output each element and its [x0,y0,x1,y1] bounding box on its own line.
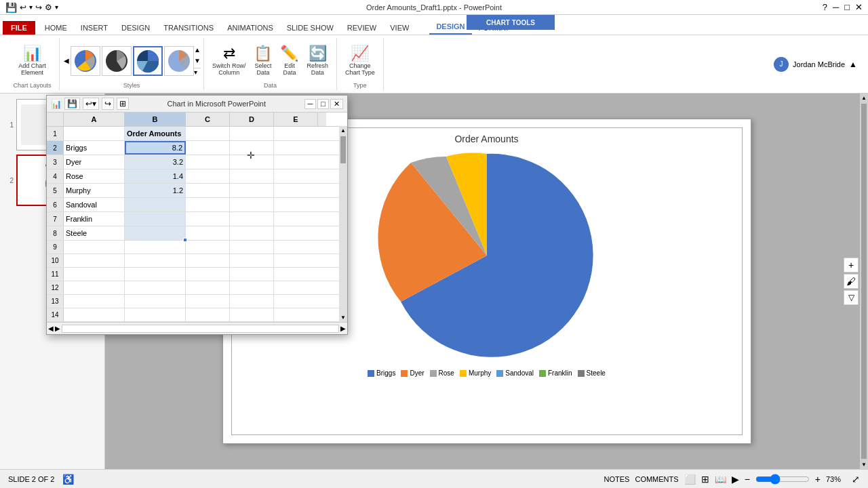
cell-c4[interactable] [186,169,230,183]
zoom-slider[interactable] [755,474,810,485]
close-icon[interactable]: ✕ [855,2,863,12]
cell-c7[interactable] [186,212,230,226]
dialog-excel-icon[interactable]: ⊞ [117,98,129,110]
cell-b4[interactable]: 1.4 [125,169,186,183]
sheet-scroll-thumb[interactable] [340,136,346,163]
chart-style-4[interactable] [164,46,194,76]
sheet-hscroll[interactable]: ◀ ▶ ▶ [47,322,347,334]
scroll-left-btn[interactable]: ◀ [48,325,54,332]
tab-insert[interactable]: INSERT [74,21,115,35]
chart-tool-filter-btn[interactable]: ▽ [844,290,859,305]
row-header-7[interactable]: 7 [47,212,64,226]
cell-a5[interactable]: Murphy [64,184,125,197]
sheet-scroll-input[interactable] [62,325,339,333]
cell-e6[interactable] [274,198,318,211]
row-header-6[interactable]: 6 [47,198,64,211]
dialog-maximize-btn[interactable]: □ [317,99,329,109]
cell-a2[interactable]: Briggs [64,141,125,155]
tab-view[interactable]: VIEW [383,21,416,35]
dialog-undo-btn[interactable]: ↩▾ [83,98,99,110]
col-header-e[interactable]: E [274,113,318,126]
tab-transitions[interactable]: TRANSITIONS [157,21,220,35]
cell-b3[interactable]: 3.2 [125,155,186,169]
normal-view-icon[interactable]: ⬜ [684,474,696,485]
cell-d4[interactable] [230,169,274,183]
tab-file[interactable]: FILE [3,21,35,35]
customize-icon[interactable]: ⚙ [45,3,52,12]
chart-style-3[interactable] [133,46,163,76]
slide-sorter-icon[interactable]: ⊞ [701,474,709,485]
cell-d8[interactable] [230,226,274,240]
zoom-out-btn[interactable]: − [745,474,750,485]
chart-styles-prev[interactable]: ◀ [62,56,71,66]
chart-tool-brush-btn[interactable]: 🖌 [844,274,859,289]
sheet-scroll-down[interactable]: ▼ [339,313,347,322]
cell-d3[interactable] [230,155,274,169]
restore-icon[interactable]: □ [844,2,850,12]
chart-style-1[interactable] [71,46,100,76]
scroll-up-btn[interactable]: ▲ [860,94,868,102]
cell-e5[interactable] [274,184,318,197]
cell-c6[interactable] [186,198,230,211]
cell-e1[interactable] [274,127,318,140]
cell-a3[interactable]: Dyer [64,155,125,169]
cell-b2[interactable]: 8.2 [125,141,186,155]
refresh-data-btn[interactable]: 🔄 RefreshData [304,45,331,77]
dialog-minimize-btn[interactable]: ─ [304,99,317,109]
cell-e3[interactable] [274,155,318,169]
dialog-close-btn[interactable]: ✕ [330,99,343,109]
row-header-1[interactable]: 1 [47,127,64,140]
cell-c2[interactable] [186,141,230,155]
chart-style-2[interactable] [102,46,132,76]
cell-e4[interactable] [274,169,318,183]
sheet-vscroll[interactable]: ▲ ▼ [339,126,347,322]
cell-b5[interactable]: 1.2 [125,184,186,197]
comments-btn[interactable]: COMMENTS [635,475,678,483]
cell-a7[interactable]: Franklin [64,212,125,226]
cell-b6[interactable] [125,198,186,211]
cell-a1[interactable] [64,127,125,140]
notes-btn[interactable]: NOTES [604,475,630,483]
cell-d2[interactable] [230,141,274,155]
scroll-thumb[interactable] [861,104,867,459]
scroll-right-btn[interactable]: ▶ [55,325,60,332]
switch-row-col-btn[interactable]: ⇄ Switch Row/Column [210,45,249,77]
reading-view-icon[interactable]: 📖 [715,474,726,485]
dialog-save-icon[interactable]: 💾 [64,98,80,110]
sheet-scroll-up[interactable]: ▲ [339,126,347,135]
col-header-b[interactable]: B [125,113,186,126]
accessibility-icon[interactable]: ♿ [62,474,74,485]
scroll-down-btn[interactable]: ▼ [860,460,868,469]
cell-a8[interactable]: Steele [64,226,125,240]
cell-d7[interactable] [230,212,274,226]
cell-b7[interactable] [125,212,186,226]
row-header-8[interactable]: 8 [47,226,64,240]
tab-home[interactable]: HOME [38,21,74,35]
zoom-in-btn[interactable]: + [815,474,821,485]
tab-design-main[interactable]: DESIGN [115,21,157,35]
row-header-2[interactable]: 2 [47,141,64,155]
fit-icon[interactable]: ⤢ [852,474,860,485]
chart-tool-add-btn[interactable]: + [844,258,859,272]
redo-icon[interactable]: ↪ [35,3,42,12]
col-header-c[interactable]: C [186,113,230,126]
chart-styles-more[interactable]: ▾ [194,68,201,76]
row-header-5[interactable]: 5 [47,184,64,197]
add-chart-element-btn[interactable]: 📊 Add ChartElement [16,45,49,77]
cell-a6[interactable]: Sandoval [64,198,125,211]
cell-c8[interactable] [186,226,230,240]
edit-data-btn[interactable]: ✏️ EditData [277,45,301,77]
cell-b8[interactable] [125,226,186,240]
zoom-level[interactable]: 73% [826,475,846,483]
slideshow-icon[interactable]: ▶ [732,474,739,485]
chart-styles-scroll-down[interactable]: ▼ [194,57,201,64]
cell-a4[interactable]: Rose [64,169,125,183]
canvas-vscroll[interactable]: ▲ ▼ [860,94,868,469]
chart-styles-scroll-up[interactable]: ▲ [194,46,201,54]
ribbon-collapse-icon[interactable]: ▲ [849,60,857,69]
undo-icon[interactable]: ↩ [20,3,26,12]
tab-design-chart[interactable]: DESIGN [429,20,471,35]
cell-e7[interactable] [274,212,318,226]
tab-slideshow[interactable]: SLIDE SHOW [280,21,340,35]
row-header-3[interactable]: 3 [47,155,64,169]
